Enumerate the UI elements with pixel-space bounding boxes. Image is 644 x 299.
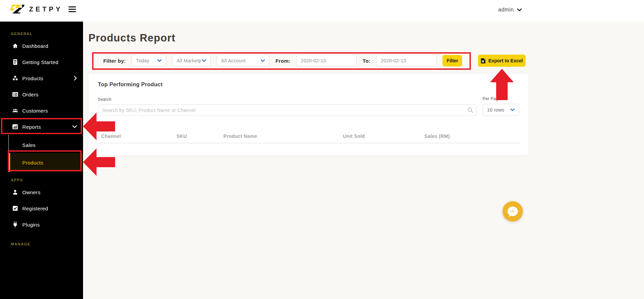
per-page-label: Per Page [483, 96, 519, 101]
to-date-input[interactable] [376, 55, 436, 67]
excel-file-icon [481, 58, 486, 64]
list-icon [12, 91, 18, 97]
sidebar-item-registered[interactable]: Registered [0, 200, 83, 216]
user-menu[interactable]: admin [498, 7, 522, 13]
search-input[interactable] [98, 104, 477, 116]
sidebar-item-owners[interactable]: Owners [0, 184, 83, 200]
from-label: From: [275, 58, 290, 64]
account-select-value: All Account [221, 58, 246, 63]
column-header-product-name: Product Name [223, 133, 343, 139]
search-icon [467, 107, 473, 114]
column-header-sku: SKU [177, 133, 223, 139]
sidebar: GENERAL Dashboard Getting Started Produc… [0, 22, 83, 299]
marketplace-select-value: All Marketp [177, 58, 201, 63]
sidebar-item-orders[interactable]: Orders [0, 86, 83, 102]
filter-bar: Filter by: Today All Marketp All Account… [103, 55, 462, 67]
search-label: Search [98, 97, 477, 102]
sidebar-item-label: Products [22, 76, 43, 81]
period-select[interactable]: Today [132, 55, 166, 67]
zetpy-logo-icon[interactable] [10, 4, 24, 14]
messenger-chat-button[interactable] [503, 201, 523, 221]
bar-chart-icon [12, 124, 18, 130]
sidebar-item-label: Owners [22, 189, 41, 195]
sidebar-item-label: Customers [22, 108, 48, 114]
section-label-apps: APPS [11, 178, 83, 184]
card-title: Top Performing Product [98, 82, 519, 88]
boxes-icon [12, 75, 18, 81]
submenu-item-label: Sales [22, 142, 36, 148]
messenger-icon [506, 205, 519, 218]
to-label: To: [363, 58, 370, 64]
sidebar-item-customers[interactable]: Customers [0, 102, 83, 119]
top-performing-product-card: Top Performing Product Search Per Page 1… [88, 73, 529, 155]
export-to-excel-button[interactable]: Export to Excel [478, 55, 526, 67]
reports-submenu: Sales Products [8, 135, 83, 172]
chevron-down-icon [157, 59, 162, 62]
export-button-label: Export to Excel [488, 58, 523, 63]
filter-button[interactable]: Filter [442, 55, 462, 66]
sidebar-item-label: Reports [22, 124, 41, 130]
people-group-icon [12, 108, 18, 114]
document-icon [12, 59, 18, 65]
sidebar-item-label: Plugins [22, 222, 40, 228]
chevron-down-icon [517, 8, 522, 11]
sidebar-item-getting-started[interactable]: Getting Started [0, 54, 83, 70]
products-report-page: ZETPY admin GENERAL Dashboard Getting St… [0, 0, 644, 299]
per-page-select[interactable]: 10 rows [483, 104, 519, 116]
home-icon [12, 43, 18, 49]
page-title: Products Report [88, 32, 176, 44]
period-select-value: Today [136, 58, 149, 63]
account-select[interactable]: All Account [217, 55, 269, 67]
sidebar-item-products[interactable]: Products [0, 70, 83, 86]
user-name: admin [498, 7, 514, 13]
section-label-manage: MANAGE [11, 242, 83, 248]
table-header-row: Channel SKU Product Name Unit Sold Sales… [98, 133, 519, 143]
filter-by-label: Filter by: [103, 58, 126, 64]
column-header-channel: Channel [98, 133, 177, 139]
chevron-down-icon [510, 109, 515, 111]
brand-name: ZETPY [29, 5, 62, 13]
sidebar-item-dashboard[interactable]: Dashboard [0, 38, 83, 54]
section-label-general: GENERAL [11, 32, 83, 38]
chevron-down-icon [72, 125, 77, 128]
chevron-down-icon [202, 59, 206, 62]
sidebar-item-reports[interactable]: Reports [0, 119, 83, 135]
checkbox-checked-icon [12, 205, 18, 211]
person-icon [12, 189, 18, 195]
chevron-right-icon [74, 76, 77, 81]
sidebar-item-label: Registered [22, 206, 48, 211]
sidebar-item-label: Getting Started [22, 59, 58, 65]
per-page-select-value: 10 rows [487, 107, 504, 113]
submenu-item-label: Products [22, 160, 43, 166]
column-header-unit-sold: Unit Sold [343, 133, 424, 139]
plug-icon [12, 221, 18, 228]
submenu-item-sales[interactable]: Sales [9, 137, 83, 153]
sidebar-item-label: Orders [22, 92, 38, 97]
sidebar-item-label: Dashboard [22, 43, 48, 49]
submenu-item-products-active[interactable]: Products [9, 153, 83, 172]
hamburger-menu-icon[interactable] [67, 5, 77, 13]
chevron-down-icon [261, 59, 265, 62]
top-header: ZETPY admin [0, 0, 644, 22]
column-header-sales-rm: Sales (RM) [424, 133, 519, 139]
sidebar-item-plugins[interactable]: Plugins [0, 216, 83, 233]
marketplace-select[interactable]: All Marketp [172, 55, 211, 67]
from-date-input[interactable] [296, 55, 356, 67]
